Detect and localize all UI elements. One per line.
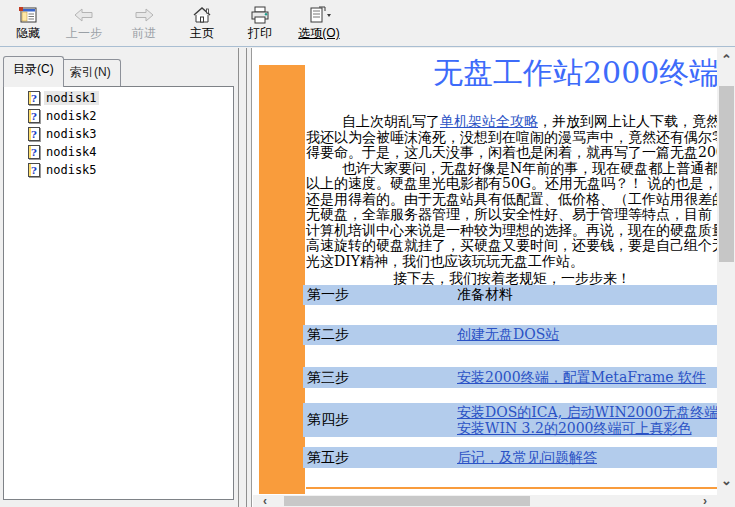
scroll-down-icon[interactable]: ⌄ — [717, 472, 735, 489]
panel-splitter[interactable] — [238, 48, 239, 507]
horizontal-scrollbar[interactable]: ‹ › — [253, 495, 717, 507]
help-topic-icon: ? — [28, 109, 40, 123]
home-button-label: 主页 — [190, 26, 214, 40]
hide-button-label: 隐藏 — [16, 26, 40, 40]
paragraph-line: 高速旋转的硬盘就挂了，买硬盘又要时间，还要钱，要是自己组个无盘工 — [306, 238, 717, 254]
tree-item-label: nodisk4 — [44, 145, 99, 159]
navigation-panel: 目录(C) 索引(N) ? nodisk1 ? nodisk2 ? nodisk… — [0, 48, 236, 507]
hide-button[interactable]: 隐藏 — [8, 0, 48, 44]
page-title: 无盘工作站2000终端 — [433, 53, 717, 94]
tab-index[interactable]: 索引(N) — [60, 59, 121, 87]
paragraph-line: 得要命。于是，这几天没事，闲着也是闲着，就再写了一篇无盘2000终端 — [306, 145, 717, 161]
tree-item-nodisk4[interactable]: ? nodisk4 — [28, 144, 233, 159]
step-label: 第三步 — [303, 369, 457, 387]
tab-contents[interactable]: 目录(C) — [3, 56, 64, 87]
step-row-4: 第四步 安装DOS的ICA, 启动WIN2000无盘终端 安装WIN 3.2的2… — [303, 403, 717, 437]
paragraph-text: ，并放到网上让人下载，竟然有人 — [538, 113, 717, 129]
horizontal-scrollbar-thumb[interactable] — [284, 496, 530, 506]
contents-tree: ? nodisk1 ? nodisk2 ? nodisk3 ? nodisk4 … — [3, 86, 234, 500]
tree-item-nodisk1[interactable]: ? nodisk1 — [28, 90, 233, 105]
back-button[interactable]: 上一步 — [60, 0, 108, 44]
paragraph-text: 自上次胡乱写了 — [342, 113, 440, 129]
step-label: 第二步 — [303, 326, 457, 344]
scroll-right-icon[interactable]: › — [693, 494, 717, 507]
step-link-create-dos-station[interactable]: 创建无盘DOS站 — [457, 326, 559, 344]
step-label: 第一步 — [303, 286, 457, 304]
tab-index-label: 索引(N) — [70, 65, 111, 79]
tree-item-nodisk2[interactable]: ? nodisk2 — [28, 108, 233, 123]
step-text: 准备材料 — [457, 286, 513, 304]
scroll-left-icon[interactable]: ‹ — [253, 494, 277, 507]
paragraph-line: 光这DIY精神，我们也应该玩玩无盘工作站。 — [306, 254, 717, 270]
help-topic-icon: ? — [28, 127, 40, 141]
tree-item-label: nodisk2 — [44, 109, 99, 123]
step-row-2: 第二步 创建无盘DOS站 — [303, 325, 717, 345]
step-row-3: 第三步 安装2000终端，配置MetaFrame 软件 — [303, 367, 717, 388]
step-row-5: 第五步 后记，及常见问题解答 — [303, 447, 717, 468]
tab-contents-label: 目录(C) — [13, 62, 54, 76]
step-link-install-2000-terminal[interactable]: 安装2000终端，配置MetaFrame 软件 — [457, 369, 706, 387]
help-topic-icon: ? — [28, 163, 40, 177]
options-button[interactable]: 选项(O) — [292, 0, 346, 44]
forward-button[interactable]: 前进 — [124, 0, 164, 44]
vertical-scrollbar-thumb[interactable] — [719, 86, 734, 262]
home-button[interactable]: 主页 — [182, 0, 222, 44]
paragraph-line: 还是用得着的。由于无盘站具有低配置、低价格、（工作站用很差的486即 — [306, 192, 717, 208]
tree-item-label: nodisk1 — [44, 91, 99, 105]
step-label: 第四步 — [303, 411, 457, 429]
step-row-1: 第一步 准备材料 — [303, 285, 717, 305]
print-icon — [249, 4, 271, 26]
intro-paragraph: 自上次胡乱写了单机架站全攻略，并放到网上让人下载，竟然有人 我还以为会被唾沫淹死… — [306, 114, 717, 269]
tree-item-label: nodisk5 — [44, 163, 99, 177]
panel-splitter[interactable] — [246, 48, 247, 507]
paragraph-line: 自上次胡乱写了单机架站全攻略，并放到网上让人下载，竟然有人 — [306, 114, 717, 130]
paragraph-line: 无硬盘，全靠服务器管理，所以安全性好、易于管理等特点，目前，无盘 — [306, 207, 717, 223]
scrollbar-corner — [717, 492, 735, 507]
tree-item-nodisk5[interactable]: ? nodisk5 — [28, 162, 233, 177]
back-button-label: 上一步 — [66, 26, 102, 40]
print-button[interactable]: 打印 — [242, 0, 278, 44]
home-icon — [192, 4, 212, 26]
paragraph-line: 我还以为会被唾沫淹死，没想到在喧闹的漫骂声中，竟然还有偶尔零星的 — [306, 130, 717, 146]
scroll-up-icon[interactable]: ⌃ — [717, 51, 735, 68]
help-topic-icon: ? — [28, 145, 40, 159]
step-label: 第五步 — [303, 449, 457, 467]
forward-arrow-icon — [133, 4, 155, 26]
help-topic-icon: ? — [28, 91, 40, 105]
orange-sidebar-decoration — [259, 65, 305, 494]
step-link-install-ica[interactable]: 安装DOS的ICA, 启动WIN2000无盘终端 — [457, 404, 717, 420]
hide-icon — [18, 4, 38, 26]
options-button-label: 选项(O) — [298, 26, 339, 40]
forward-button-label: 前进 — [132, 26, 156, 40]
tree-item-label: nodisk3 — [44, 127, 99, 141]
orange-divider-line — [306, 487, 717, 489]
document: 无盘工作站2000终端 自上次胡乱写了单机架站全攻略，并放到网上让人下载，竟然有… — [253, 48, 717, 495]
paragraph-line: 计算机培训中心来说是一种较为理想的选择。再说，现在的硬盘质量好象 — [306, 223, 717, 239]
topic-pane: 无盘工作站2000终端 自上次胡乱写了单机架站全攻略，并放到网上让人下载，竟然有… — [251, 48, 735, 507]
paragraph-line: 以上的速度。硬盘里光电影都有50G。还用无盘吗？！ 说的也是，不过单 — [306, 176, 717, 192]
vertical-scrollbar[interactable]: ⌃ ⌄ — [717, 48, 735, 492]
step-link-postscript-faq[interactable]: 后记，及常见问题解答 — [457, 449, 597, 467]
toolbar: 隐藏 上一步 前进 主页 — [0, 0, 735, 47]
tree-item-nodisk3[interactable]: ? nodisk3 — [28, 126, 233, 141]
back-arrow-icon — [73, 4, 95, 26]
step-link-win32-truecolor[interactable]: 安装WIN 3.2的2000终端可上真彩色 — [457, 420, 717, 436]
link-danji-jiazhan[interactable]: 单机架站全攻略 — [440, 113, 538, 129]
paragraph-line: 也许大家要问，无盘好像是N年前的事，现在硬盘都上普通都是80G — [306, 161, 717, 177]
print-button-label: 打印 — [248, 26, 272, 40]
options-icon — [306, 4, 332, 26]
